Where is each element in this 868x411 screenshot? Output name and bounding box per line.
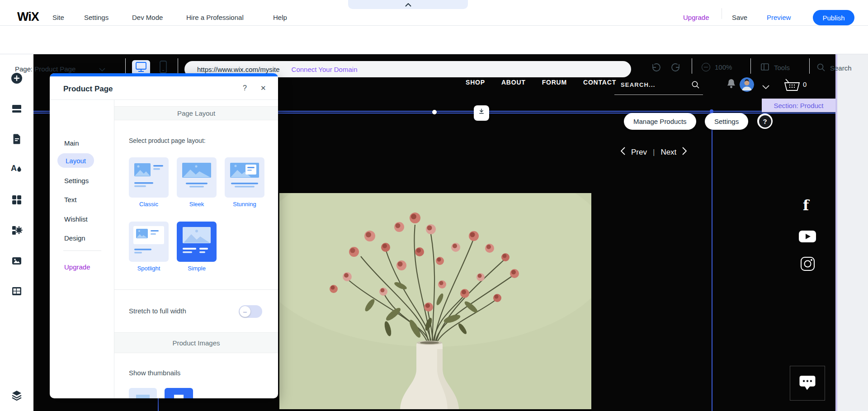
- section-resize-handle[interactable]: [432, 110, 437, 114]
- product-photo[interactable]: [279, 193, 591, 409]
- divider: [750, 58, 751, 74]
- app-market-icon[interactable]: [11, 194, 23, 206]
- publish-button[interactable]: Publish: [813, 10, 854, 25]
- divider: [63, 250, 101, 251]
- youtube-icon[interactable]: [798, 230, 816, 245]
- panel-help-icon[interactable]: ?: [243, 84, 247, 92]
- chevron-down-icon[interactable]: [762, 83, 769, 91]
- panel-tab-layout[interactable]: Layout: [57, 153, 94, 168]
- prev-link[interactable]: Prev: [631, 148, 647, 157]
- menu-dev-mode[interactable]: Dev Mode: [132, 14, 163, 21]
- panel-tab-design[interactable]: Design: [64, 234, 85, 242]
- chat-widget-button[interactable]: [796, 371, 819, 395]
- site-nav-forum[interactable]: FORUM: [542, 79, 567, 86]
- page-selector-label: Page: Product Page: [15, 65, 75, 73]
- add-section-button[interactable]: [474, 105, 489, 121]
- page-layout-header: Page Layout: [114, 106, 278, 120]
- layout-option-label[interactable]: Sleek: [177, 201, 217, 208]
- panel-upgrade-link[interactable]: Upgrade: [64, 263, 90, 271]
- save-button[interactable]: Save: [732, 14, 747, 21]
- content-manager-icon[interactable]: [11, 285, 23, 297]
- media-icon[interactable]: [11, 255, 23, 267]
- member-avatar[interactable]: [740, 77, 754, 92]
- site-design-icon[interactable]: A: [11, 162, 23, 174]
- search-label: Search: [830, 64, 852, 72]
- layout-option-stunning[interactable]: [225, 157, 264, 198]
- zoom-level: 100%: [715, 63, 732, 71]
- show-thumbnails-label: Show thumbnails: [129, 369, 180, 377]
- redo-button[interactable]: [671, 63, 681, 74]
- manage-products-button[interactable]: Manage Products: [624, 113, 696, 130]
- divider: [178, 58, 178, 74]
- search-icon[interactable]: [691, 80, 700, 91]
- site-nav-shop[interactable]: SHOP: [466, 79, 485, 86]
- panel-tab-settings[interactable]: Settings: [64, 177, 89, 184]
- instagram-icon[interactable]: [800, 256, 815, 273]
- wix-logo[interactable]: WiX: [17, 10, 39, 24]
- thumbnails-option-on[interactable]: [165, 388, 193, 398]
- stretch-toggle[interactable]: –: [239, 305, 262, 318]
- chevron-left-icon[interactable]: [621, 147, 625, 157]
- thumbnail-glyph: [136, 395, 150, 398]
- layout-option-label[interactable]: Simple: [177, 265, 217, 272]
- arrow-down-to-line-icon: [476, 107, 487, 119]
- zoom-control[interactable]: 100%: [702, 63, 732, 71]
- section-label-badge[interactable]: Section: Product: [762, 99, 835, 112]
- thumbnails-option-off[interactable]: [129, 388, 157, 398]
- next-link[interactable]: Next: [660, 148, 676, 157]
- layout-option-label[interactable]: Classic: [129, 201, 169, 208]
- section-settings-button[interactable]: Settings: [705, 113, 748, 130]
- close-icon[interactable]: ✕: [260, 84, 266, 92]
- svg-text:A: A: [11, 164, 17, 173]
- select-layout-label: Select product page layout:: [129, 137, 206, 144]
- menu-hire-a-professional[interactable]: Hire a Professional: [186, 14, 244, 21]
- stretch-to-full-width-label: Stretch to full width: [129, 307, 186, 315]
- page-selector[interactable]: Page: Product Page: [15, 65, 105, 73]
- editor-search-button[interactable]: Search: [816, 63, 852, 73]
- thumbnail-glyph: [174, 395, 184, 398]
- panel-accent-bar: [50, 73, 278, 76]
- divider: [114, 289, 278, 290]
- chevron-up-icon: [405, 0, 411, 9]
- menu-site[interactable]: Site: [52, 14, 64, 21]
- section-corner-handle[interactable]: [710, 109, 713, 113]
- site-nav-contact[interactable]: CONTACT: [583, 79, 616, 86]
- layout-option-spotlight[interactable]: [129, 222, 169, 262]
- notifications-bell-icon[interactable]: [726, 78, 736, 91]
- cart-count[interactable]: 0: [803, 80, 807, 88]
- panel-tab-wishlist[interactable]: Wishlist: [64, 215, 88, 223]
- layers-icon[interactable]: [11, 389, 23, 401]
- undo-button[interactable]: [651, 63, 661, 74]
- mobile-view-button[interactable]: [157, 61, 170, 75]
- panel-tab-text[interactable]: Text: [64, 196, 77, 203]
- facebook-icon[interactable]: f: [803, 197, 809, 213]
- layout-option-sleek[interactable]: [177, 157, 217, 198]
- my-business-icon[interactable]: [11, 224, 23, 236]
- connect-your-domain-link[interactable]: Connect Your Domain: [292, 66, 358, 73]
- preview-button[interactable]: Preview: [767, 14, 791, 21]
- add-elements-icon[interactable]: [11, 72, 23, 84]
- monitor-icon: [135, 61, 147, 75]
- upgrade-link[interactable]: Upgrade: [683, 14, 709, 21]
- menu-help[interactable]: Help: [273, 14, 287, 21]
- section-help-button[interactable]: ?: [757, 113, 773, 129]
- layout-option-simple[interactable]: [177, 222, 217, 262]
- cart-icon[interactable]: [782, 77, 801, 94]
- panel-tab-main[interactable]: Main: [64, 139, 79, 147]
- layout-option-label[interactable]: Stunning: [225, 201, 264, 208]
- sections-icon[interactable]: [11, 103, 23, 114]
- layout-option-label[interactable]: Spotlight: [129, 265, 169, 272]
- chevron-right-icon[interactable]: [682, 147, 687, 157]
- zoom-out-icon[interactable]: [702, 63, 710, 71]
- layout-option-classic[interactable]: [129, 157, 169, 198]
- site-search-field[interactable]: SEARCH...: [614, 77, 703, 95]
- collapse-topbar-tab[interactable]: [348, 0, 468, 9]
- site-navigation: SHOP ABOUT FORUM CONTACT: [466, 79, 616, 86]
- product-pagination: Prev | Next: [621, 147, 687, 157]
- site-nav-about[interactable]: ABOUT: [501, 79, 526, 86]
- menu-settings[interactable]: Settings: [84, 14, 108, 21]
- tools-button[interactable]: Tools: [760, 63, 790, 72]
- pages-icon[interactable]: [11, 133, 23, 145]
- section-guideline-right: [712, 128, 712, 411]
- site-url: https://www.wix.com/mysite: [197, 66, 280, 73]
